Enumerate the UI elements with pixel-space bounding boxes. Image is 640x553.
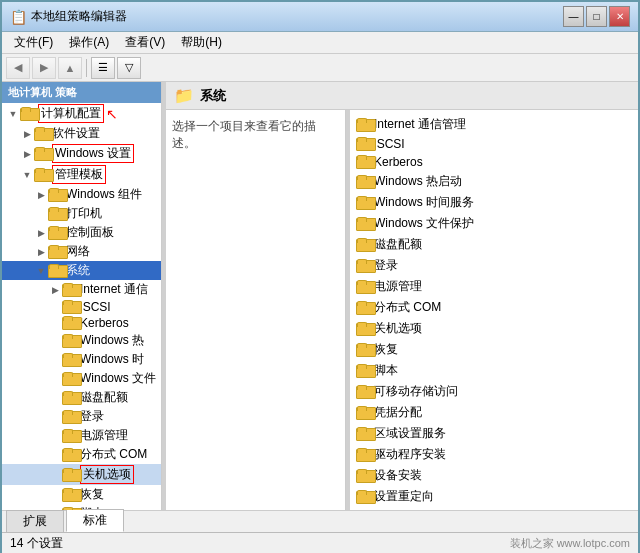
right-panel-header: 📁 系统 <box>166 82 638 110</box>
tree-label-kerberos: Kerberos <box>80 316 129 330</box>
tree-panel: 地计算机 策略 ▼ 计算机配置 ↖ ▶ 软件设置 <box>2 82 162 510</box>
settings-item-6[interactable]: 磁盘配额 <box>352 234 636 255</box>
settings-item-1[interactable]: iSCSI <box>352 135 636 153</box>
center-description: 选择一个项目来查看它的描述。 <box>172 119 316 150</box>
expander-wincomponents[interactable]: ▶ <box>34 188 48 202</box>
tree-item-computer-config[interactable]: ▼ 计算机配置 ↖ <box>2 103 161 124</box>
back-button[interactable]: ◀ <box>6 57 30 79</box>
settings-item-3[interactable]: Windows 热启动 <box>352 171 636 192</box>
settings-panel[interactable]: Internet 通信管理 iSCSI Kerberos Windows 热启动 <box>350 110 638 510</box>
folder-icon-winfile <box>62 372 80 386</box>
settings-folder-12 <box>356 364 374 378</box>
tree-item-iscsi[interactable]: ▶ iSCSI <box>2 299 161 315</box>
right-header-title: 系统 <box>200 87 226 105</box>
tab-extended[interactable]: 扩展 <box>6 510 64 532</box>
tree-label-admin: 管理模板 <box>52 165 106 184</box>
settings-item-0[interactable]: Internet 通信管理 <box>352 114 636 135</box>
settings-item-18[interactable]: 设置重定向 <box>352 486 636 507</box>
tree-label-software: 软件设置 <box>52 125 100 142</box>
settings-item-9[interactable]: 分布式 COM <box>352 297 636 318</box>
tree-item-internet-comms[interactable]: ▶ Internet 通信 <box>2 280 161 299</box>
minimize-button[interactable]: — <box>563 6 584 27</box>
tree-item-controlpanel[interactable]: ▶ 控制面板 <box>2 223 161 242</box>
filter-button[interactable]: ▽ <box>117 57 141 79</box>
settings-folder-1 <box>356 137 374 151</box>
close-button[interactable]: ✕ <box>609 6 630 27</box>
tree-item-admin-templates[interactable]: ▼ 管理模板 <box>2 164 161 185</box>
tree-item-wintime[interactable]: ▶ Windows 时 <box>2 350 161 369</box>
tree-label-internetcomms: Internet 通信 <box>80 281 148 298</box>
expander-software[interactable]: ▶ <box>20 127 34 141</box>
menu-help[interactable]: 帮助(H) <box>173 32 230 53</box>
tree-item-software-settings[interactable]: ▶ 软件设置 <box>2 124 161 143</box>
maximize-button[interactable]: □ <box>586 6 607 27</box>
tree-label-iscsi: iSCSI <box>80 300 111 314</box>
tree-item-winfile[interactable]: ▶ Windows 文件 <box>2 369 161 388</box>
tree-item-power[interactable]: ▶ 电源管理 <box>2 426 161 445</box>
settings-folder-2 <box>356 155 374 169</box>
settings-item-7[interactable]: 登录 <box>352 255 636 276</box>
settings-item-12[interactable]: 脚本 <box>352 360 636 381</box>
up-button[interactable]: ▲ <box>58 57 82 79</box>
settings-item-8[interactable]: 电源管理 <box>352 276 636 297</box>
tree-item-kerberos[interactable]: ▶ Kerberos <box>2 315 161 331</box>
tab-standard[interactable]: 标准 <box>66 509 124 532</box>
folder-icon-login <box>62 410 80 424</box>
tree-label-computer-config: 计算机配置 <box>38 104 104 123</box>
settings-item-14[interactable]: 凭据分配 <box>352 402 636 423</box>
tree-item-winstart[interactable]: ▶ Windows 热 <box>2 331 161 350</box>
tree-label-distcom: 分布式 COM <box>80 446 147 463</box>
settings-item-10[interactable]: 关机选项 <box>352 318 636 339</box>
expander-internetcomms[interactable]: ▶ <box>48 283 62 297</box>
settings-item-19[interactable]: 审核过程创建 <box>352 507 636 510</box>
title-bar: 📋 本地组策略编辑器 — □ ✕ <box>2 2 638 32</box>
tree-item-disk[interactable]: ▶ 磁盘配额 <box>2 388 161 407</box>
tree-item-printer[interactable]: ▶ 打印机 <box>2 204 161 223</box>
settings-folder-7 <box>356 259 374 273</box>
tree-label-wincomponents: Windows 组件 <box>66 186 142 203</box>
settings-folder-8 <box>356 280 374 294</box>
tree-item-wincomponents[interactable]: ▶ Windows 组件 <box>2 185 161 204</box>
expander-computer-config[interactable]: ▼ <box>6 107 20 121</box>
tree-item-login[interactable]: ▶ 登录 <box>2 407 161 426</box>
tree-item-shutdown[interactable]: ▶ 关机选项 <box>2 464 161 485</box>
window-title: 本地组策略编辑器 <box>31 8 563 25</box>
settings-folder-0 <box>356 118 374 132</box>
tree-item-distcom[interactable]: ▶ 分布式 COM <box>2 445 161 464</box>
toolbar-sep-1 <box>86 59 87 77</box>
folder-icon-admin <box>34 168 52 182</box>
folder-icon-power <box>62 429 80 443</box>
tree-label-controlpanel: 控制面板 <box>66 224 114 241</box>
settings-folder-18 <box>356 490 374 504</box>
settings-item-16[interactable]: 驱动程序安装 <box>352 444 636 465</box>
tree-item-restore[interactable]: ▶ 恢复 <box>2 485 161 504</box>
settings-item-15[interactable]: 区域设置服务 <box>352 423 636 444</box>
settings-item-2[interactable]: Kerberos <box>352 153 636 171</box>
menu-view[interactable]: 查看(V) <box>117 32 173 53</box>
window-controls: — □ ✕ <box>563 6 630 27</box>
expander-winsettings[interactable]: ▶ <box>20 147 34 161</box>
tree-scroll[interactable]: ▼ 计算机配置 ↖ ▶ 软件设置 ▶ Windows 设置 <box>2 103 161 510</box>
expander-network[interactable]: ▶ <box>34 245 48 259</box>
settings-item-5[interactable]: Windows 文件保护 <box>352 213 636 234</box>
menu-file[interactable]: 文件(F) <box>6 32 61 53</box>
folder-icon-distcom <box>62 448 80 462</box>
tree-label-winsettings: Windows 设置 <box>52 144 134 163</box>
settings-item-13[interactable]: 可移动存储访问 <box>352 381 636 402</box>
expander-controlpanel[interactable]: ▶ <box>34 226 48 240</box>
tree-item-windows-settings[interactable]: ▶ Windows 设置 <box>2 143 161 164</box>
expander-admin[interactable]: ▼ <box>20 168 34 182</box>
menu-action[interactable]: 操作(A) <box>61 32 117 53</box>
folder-icon-kerberos <box>62 316 80 330</box>
settings-item-17[interactable]: 设备安装 <box>352 465 636 486</box>
tree-item-system[interactable]: ▼ 系统 <box>2 261 161 280</box>
show-hide-button[interactable]: ☰ <box>91 57 115 79</box>
folder-icon-restore <box>62 488 80 502</box>
settings-item-4[interactable]: Windows 时间服务 <box>352 192 636 213</box>
forward-button[interactable]: ▶ <box>32 57 56 79</box>
folder-icon-printer <box>48 207 66 221</box>
expander-system[interactable]: ▼ <box>34 264 48 278</box>
tree-item-network[interactable]: ▶ 网络 <box>2 242 161 261</box>
folder-icon-internetcomms <box>62 283 80 297</box>
settings-item-11[interactable]: 恢复 <box>352 339 636 360</box>
